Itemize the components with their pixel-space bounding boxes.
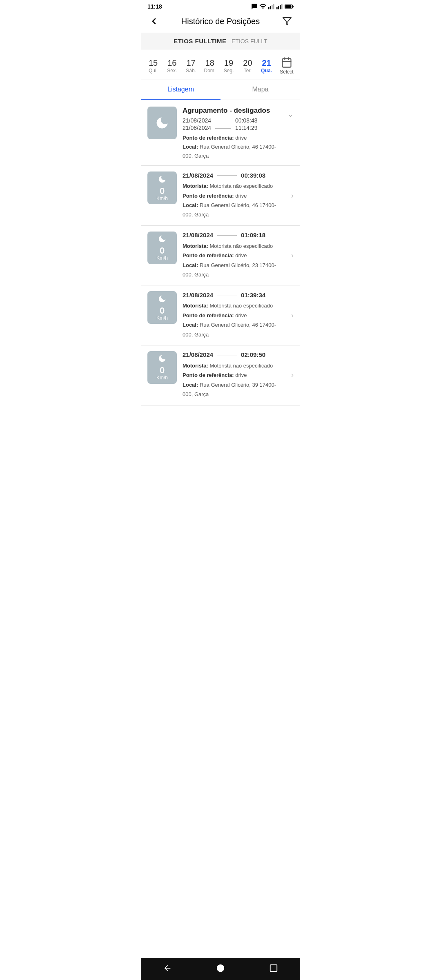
ponto-value: drive [235, 135, 247, 141]
ponto-label-2: Ponto de referência: [183, 312, 234, 318]
local-label: Local: [183, 144, 198, 150]
list-meta-2: Motorista: Motorista não especificado Po… [183, 301, 285, 339]
date-num: 20 [243, 58, 252, 68]
speed-unit-1: Km/h [156, 255, 168, 261]
calendar-icon [281, 57, 292, 68]
filter-button[interactable] [281, 15, 294, 28]
ponto-value-1: drive [235, 252, 247, 258]
date-item-16[interactable]: 16 Sex. [163, 58, 181, 74]
svg-rect-1 [270, 6, 271, 9]
grouped-row-end: 21/08/2024 ——— 11:14:29 [183, 125, 282, 131]
speed-unit-3: Km/h [156, 375, 168, 381]
back-button[interactable] [147, 15, 160, 28]
date-item-19[interactable]: 19 Seg. [220, 58, 238, 74]
back-icon [149, 16, 159, 26]
svg-rect-3 [273, 4, 274, 9]
signal-icon-1 [268, 4, 275, 9]
motorista-value-0: Motorista não especificado [209, 183, 273, 189]
list-content-3: 21/08/2024 ——— 02:09:50 Motorista: Motor… [183, 351, 285, 399]
moon-icon-1 [158, 234, 167, 245]
list-items-container: 0 Km/h 21/08/2024 ——— 00:39:03 Motorista… [141, 166, 300, 405]
speed-unit-2: Km/h [156, 315, 168, 321]
chevron-down-icon: ⌄ [287, 110, 294, 119]
ponto-value-0: drive [235, 193, 247, 199]
moon-icon-2 [158, 294, 167, 305]
chevron-right-icon-0: › [291, 192, 294, 200]
tab-mapa[interactable]: Mapa [220, 80, 300, 100]
list-date-2: 21/08/2024 [183, 292, 213, 298]
vehicle-banner: ETIOS FULLTIME ETIOS FULLT [141, 33, 300, 50]
date-item-17[interactable]: 17 Sáb. [182, 58, 200, 74]
chevron-right-icon-1: › [291, 251, 294, 260]
date-num: 18 [205, 58, 214, 68]
svg-rect-4 [276, 7, 278, 9]
calendar-button[interactable]: Select [276, 57, 297, 75]
grouped-title: Agrupamento - desligados [183, 107, 282, 115]
list-meta-3: Motorista: Motorista não especificado Po… [183, 361, 285, 399]
motorista-label-2: Motorista: [183, 303, 208, 309]
speed-unit-0: Km/h [156, 196, 168, 201]
local-label-3: Local: [183, 382, 198, 388]
svg-marker-11 [283, 18, 291, 25]
wifi-icon [259, 4, 267, 9]
list-dash-0: ——— [217, 172, 237, 179]
list-date-1: 21/08/2024 [183, 232, 213, 238]
list-date-0: 21/08/2024 [183, 172, 213, 179]
moon-icon-3 [158, 354, 167, 365]
grouped-right: ⌄ [287, 107, 294, 119]
svg-rect-12 [282, 59, 291, 67]
list-content-0: 21/08/2024 ——— 00:39:03 Motorista: Motor… [183, 172, 285, 220]
speed-num-0: 0 [160, 187, 165, 196]
motorista-label-0: Motorista: [183, 183, 208, 189]
chevron-right-icon-2: › [291, 311, 294, 320]
signal-icon-2 [276, 4, 283, 9]
svg-rect-0 [268, 7, 270, 9]
list-content-2: 21/08/2024 ——— 01:39:34 Motorista: Motor… [183, 291, 285, 339]
chevron-right-icon-3: › [291, 371, 294, 379]
grouped-icon [147, 107, 177, 139]
local-label-0: Local: [183, 202, 198, 208]
date-label: Qui. [149, 68, 158, 74]
svg-rect-10 [285, 5, 291, 8]
svg-rect-7 [281, 4, 283, 9]
motorista-value-1: Motorista não especificado [209, 243, 273, 249]
list-time-1: 01:09:18 [241, 232, 265, 238]
status-time: 11:18 [147, 3, 162, 10]
top-bar: Histórico de Posições [141, 11, 300, 33]
date-item-15[interactable]: 15 Qui. [144, 58, 162, 74]
speed-icon-2: 0 Km/h [147, 291, 177, 324]
svg-rect-2 [272, 5, 273, 9]
vehicle-name: ETIOS FULLTIME [174, 38, 226, 45]
vehicle-plate: ETIOS FULLT [232, 38, 267, 45]
date-item-18[interactable]: 18 Dom. [201, 58, 219, 74]
page-title: Histórico de Posições [181, 17, 260, 26]
list-item: 0 Km/h 21/08/2024 ——— 02:09:50 Motorista… [141, 345, 300, 405]
motorista-value-3: Motorista não especificado [209, 363, 273, 369]
local-label-1: Local: [183, 262, 198, 268]
grouped-dash-end: ——— [215, 125, 231, 131]
ponto-label-1: Ponto de referência: [183, 252, 234, 258]
list-time-3: 02:09:50 [241, 351, 265, 358]
grouped-card: Agrupamento - desligados 21/08/2024 ——— … [141, 100, 300, 166]
list-date-row-0: 21/08/2024 ——— 00:39:03 [183, 172, 285, 179]
list-dash-2: ——— [217, 291, 237, 298]
battery-icon [285, 4, 294, 9]
status-icons [251, 3, 294, 10]
speed-icon-1: 0 Km/h [147, 232, 177, 264]
moon-icon [155, 116, 169, 130]
chat-icon [251, 3, 258, 10]
date-item-21[interactable]: 21 Qua. [258, 58, 276, 74]
tab-listagem[interactable]: Listagem [141, 80, 220, 100]
list-time-2: 01:39:34 [241, 292, 265, 298]
ponto-value-2: drive [235, 312, 247, 318]
filter-icon [282, 16, 292, 26]
list-item: 0 Km/h 21/08/2024 ——— 00:39:03 Motorista… [141, 166, 300, 226]
list-item: 0 Km/h 21/08/2024 ——— 01:09:18 Motorista… [141, 226, 300, 286]
ponto-label: Ponto de referência: [183, 135, 234, 141]
date-item-20[interactable]: 20 Ter. [238, 58, 256, 74]
local-label-2: Local: [183, 322, 198, 328]
date-num: 15 [149, 58, 158, 68]
list-date-3: 21/08/2024 [183, 351, 213, 358]
svg-rect-9 [292, 6, 294, 7]
motorista-label-3: Motorista: [183, 363, 208, 369]
